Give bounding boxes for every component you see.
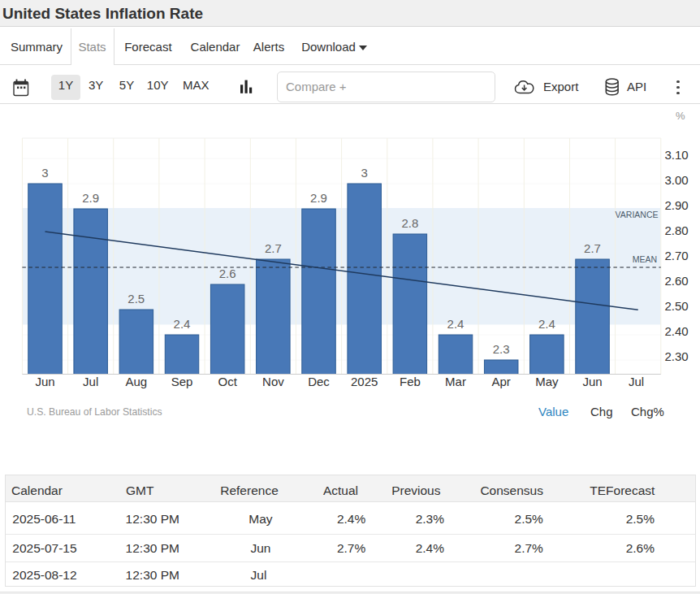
svg-text:Chg%: Chg% xyxy=(631,405,664,418)
svg-text:Mar: Mar xyxy=(445,375,466,388)
svg-text:May: May xyxy=(535,375,559,388)
svg-text:2.30: 2.30 xyxy=(665,349,689,363)
svg-text:Jun: Jun xyxy=(35,375,54,388)
svg-text:2.5: 2.5 xyxy=(127,292,145,306)
svg-text:2.7: 2.7 xyxy=(265,241,282,255)
svg-text:2.9: 2.9 xyxy=(310,191,327,205)
svg-text:2.40: 2.40 xyxy=(665,324,689,338)
svg-text:2.4: 2.4 xyxy=(447,317,465,331)
svg-text:Sep: Sep xyxy=(171,375,193,388)
svg-text:Feb: Feb xyxy=(400,375,421,388)
svg-text:2.8: 2.8 xyxy=(401,216,418,230)
svg-text:Nov: Nov xyxy=(262,375,284,388)
svg-text:2.50: 2.50 xyxy=(665,299,689,313)
svg-text:2.4: 2.4 xyxy=(174,317,191,331)
svg-text:Apr: Apr xyxy=(492,375,511,388)
svg-text:MEAN: MEAN xyxy=(633,254,657,264)
svg-text:2.3: 2.3 xyxy=(493,342,510,356)
svg-text:2.80: 2.80 xyxy=(665,223,689,237)
svg-text:2.70: 2.70 xyxy=(665,249,689,262)
svg-text:Jul: Jul xyxy=(83,375,98,388)
svg-text:3.10: 3.10 xyxy=(665,148,689,162)
svg-text:Jun: Jun xyxy=(582,375,602,388)
svg-text:Value: Value xyxy=(538,405,568,418)
svg-text:3: 3 xyxy=(361,166,368,180)
svg-text:%: % xyxy=(676,110,685,122)
svg-text:Oct: Oct xyxy=(218,375,238,388)
svg-text:Dec: Dec xyxy=(308,375,330,388)
svg-text:2.90: 2.90 xyxy=(665,198,689,212)
svg-text:2.6: 2.6 xyxy=(219,267,236,280)
svg-text:U.S. Bureau of Labor Statistic: U.S. Bureau of Labor Statistics xyxy=(27,406,162,418)
svg-text:2025: 2025 xyxy=(351,375,378,388)
svg-text:3: 3 xyxy=(41,166,48,180)
svg-text:Aug: Aug xyxy=(125,375,147,388)
svg-text:2.9: 2.9 xyxy=(82,191,99,205)
svg-text:2.7: 2.7 xyxy=(584,241,601,255)
svg-text:Jul: Jul xyxy=(629,375,644,388)
svg-text:VARIANCE: VARIANCE xyxy=(616,210,659,219)
svg-text:Chg: Chg xyxy=(590,405,613,418)
svg-text:2.4: 2.4 xyxy=(538,317,555,331)
svg-text:2.60: 2.60 xyxy=(665,274,689,288)
svg-text:3.00: 3.00 xyxy=(665,173,689,187)
